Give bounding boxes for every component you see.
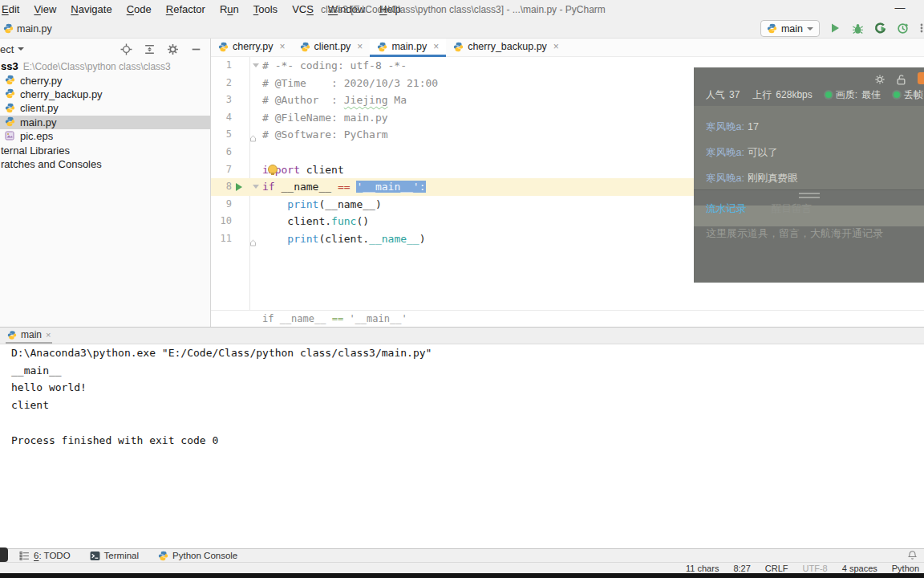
- overlay-tab-0[interactable]: 流水记录: [706, 202, 746, 216]
- console-line: hello world!: [11, 379, 924, 397]
- editor-tab-cherry-backup-py[interactable]: cherry_backup.py×: [446, 39, 566, 57]
- tree-item-main-py[interactable]: main.py: [0, 116, 210, 129]
- run-button[interactable]: [829, 22, 842, 35]
- code-token: # @FileName: main.py: [262, 112, 388, 124]
- run-tab-main[interactable]: main ×: [6, 328, 52, 344]
- run-with-coverage-button[interactable]: [874, 22, 887, 35]
- tool-window-button-6-todo[interactable]: 6: TODO: [19, 551, 71, 561]
- fold-column: [249, 75, 262, 92]
- breadcrumb[interactable]: main.py: [17, 23, 52, 35]
- status-python[interactable]: Python: [892, 564, 919, 573]
- code-token: __name__: [275, 181, 338, 193]
- line-number: 5: [211, 126, 249, 144]
- run-configuration-selector[interactable]: main: [760, 20, 820, 37]
- project-root-name: ss3: [1, 60, 18, 72]
- menu-item-run[interactable]: Run: [213, 0, 246, 19]
- menu-item-view[interactable]: View: [26, 0, 63, 19]
- chevron-down-icon: [807, 27, 813, 31]
- fold-column: [249, 92, 262, 109]
- close-icon[interactable]: ×: [433, 41, 439, 52]
- chat-username: 寒风晚a:: [706, 121, 744, 132]
- tree-item-root[interactable]: ss3E:\Code\Class\python class\class3: [0, 59, 210, 73]
- project-view-selector[interactable]: ect: [0, 43, 24, 55]
- window-title: class3 [E:\Code\Class\python class\class…: [321, 0, 606, 19]
- collapse-all-icon[interactable]: [144, 43, 156, 55]
- close-icon[interactable]: ×: [46, 330, 51, 340]
- line-number: 6: [211, 144, 249, 161]
- tree-item-client-py[interactable]: client.py: [0, 101, 210, 115]
- python-file-icon: [3, 23, 14, 34]
- menu-item-edit[interactable]: Edit: [0, 0, 26, 19]
- overlay-settings-icon[interactable]: [874, 74, 886, 85]
- tree-item-ratches-and-consoles[interactable]: ratches and Consoles: [0, 157, 210, 171]
- code-text: print(__name__): [262, 196, 382, 214]
- fold-column[interactable]: [249, 126, 262, 144]
- fold-column[interactable]: [249, 57, 262, 75]
- menu-item-code[interactable]: Code: [120, 0, 159, 19]
- overlay-lock-icon[interactable]: [896, 74, 906, 85]
- tool-window-button-python-console[interactable]: Python Console: [158, 551, 237, 561]
- event-log-bell-icon[interactable]: [907, 550, 918, 560]
- run-line-icon[interactable]: [236, 183, 242, 191]
- tree-item-ternal-libraries[interactable]: ternal Libraries: [0, 143, 210, 157]
- stream-stat-2: 画质:最佳: [825, 88, 881, 102]
- chat-text: 可以了: [748, 147, 778, 158]
- menu-item-refactor[interactable]: Refactor: [159, 0, 213, 19]
- console-line: __main__: [11, 362, 924, 380]
- editor-tab-client-py[interactable]: client.py×: [293, 39, 371, 57]
- overlay-pill-button[interactable]: [0, 547, 8, 562]
- image-file-icon: [5, 131, 16, 142]
- overlay-camera-icon[interactable]: [918, 72, 924, 84]
- minimize-button[interactable]: —: [890, 0, 910, 16]
- tree-item-pic-eps[interactable]: pic.eps: [0, 129, 210, 143]
- fold-open-icon: [253, 185, 259, 189]
- close-icon[interactable]: ×: [357, 41, 363, 52]
- menu-item-navigate[interactable]: Navigate: [63, 0, 119, 19]
- profiler-button[interactable]: [897, 22, 910, 35]
- tool-window-button-label: Terminal: [104, 551, 139, 560]
- tool-window-button-terminal[interactable]: Terminal: [90, 551, 139, 561]
- code-token: [262, 198, 287, 210]
- menu-item-vcs[interactable]: VCS: [285, 0, 321, 19]
- stat-value: 37: [729, 89, 740, 100]
- editor-tab-main-py[interactable]: main.py×: [370, 39, 446, 57]
- fold-column[interactable]: [249, 230, 262, 248]
- status-utf-8[interactable]: UTF-8: [803, 564, 828, 573]
- python-file-icon: [377, 42, 387, 52]
- chat-username: 寒风晚a:: [706, 173, 744, 184]
- tree-item-cherry-backup-py[interactable]: cherry_backup.py: [0, 88, 210, 101]
- status-11-chars[interactable]: 11 chars: [686, 564, 719, 573]
- fold-column: [249, 144, 262, 161]
- status-8-27[interactable]: 8:27: [733, 564, 750, 573]
- console-line: [11, 414, 924, 432]
- status-crlf[interactable]: CRLF: [765, 564, 788, 573]
- close-icon[interactable]: ×: [553, 41, 559, 52]
- overlay-tab-1[interactable]: 醒目留言: [772, 202, 812, 216]
- more-actions-icon[interactable]: [919, 22, 924, 35]
- hide-panel-icon[interactable]: [190, 43, 202, 55]
- close-icon[interactable]: ×: [279, 41, 285, 52]
- select-opened-file-icon[interactable]: [120, 43, 132, 55]
- fold-column: [249, 196, 262, 214]
- code-token: if: [262, 181, 275, 193]
- debug-button[interactable]: [852, 22, 865, 35]
- drag-handle[interactable]: [799, 193, 820, 201]
- tree-item-cherry-py[interactable]: cherry.py: [0, 73, 210, 87]
- chevron-down-icon: [18, 47, 24, 51]
- title-bar: EditViewNavigateCodeRefactorRunToolsVCSW…: [0, 0, 924, 19]
- editor-tab-cherry-py[interactable]: cherry.py×: [211, 39, 293, 57]
- python-file-icon: [300, 42, 310, 52]
- run-tab-label: main: [21, 329, 42, 340]
- menu-item-tools[interactable]: Tools: [246, 0, 285, 19]
- python-logo-icon: [767, 23, 777, 34]
- code-token: (): [356, 215, 369, 227]
- gear-icon[interactable]: [167, 43, 179, 55]
- console-output[interactable]: D:\Anaconda3\python.exe "E:/Code/Class/p…: [0, 344, 924, 548]
- chat-message: 寒风晚a:刚刚真费眼: [706, 170, 797, 186]
- status-4-spaces[interactable]: 4 spaces: [842, 564, 877, 573]
- tree-item-label: cherry.py: [20, 75, 63, 87]
- overlay-placeholder-text: 这里展示道具，留言，大航海开通记录: [706, 226, 883, 241]
- intention-bulb-icon[interactable]: [268, 165, 278, 174]
- code-text: # @Time : 2020/10/3 21:00: [262, 75, 438, 92]
- fold-column[interactable]: [249, 178, 262, 196]
